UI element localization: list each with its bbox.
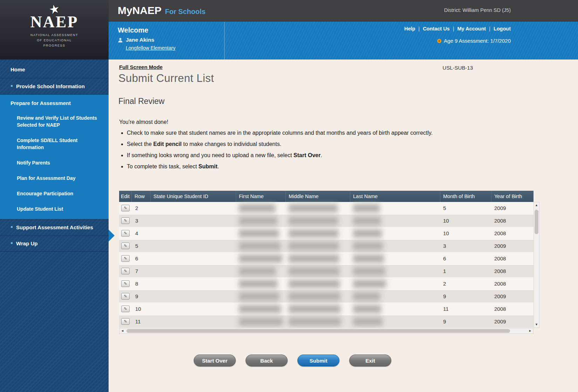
horizontal-scroll-thumb[interactable]: [126, 329, 510, 333]
bullet-square-icon: [11, 226, 13, 228]
student-id-cell: [151, 227, 236, 239]
edit-pencil-button[interactable]: ✎: [121, 243, 130, 249]
sidebar-item-support-assessment-activities[interactable]: Support Assessment Activities: [0, 219, 109, 236]
row-number: 6: [132, 252, 151, 265]
row-number: 7: [132, 265, 151, 277]
middle-name-cell: [286, 215, 350, 227]
edit-pencil-button[interactable]: ✎: [121, 306, 130, 312]
row-number: 11: [132, 315, 151, 328]
month-of-birth: 3: [440, 240, 491, 252]
full-screen-mode-link[interactable]: Full Screen Mode: [119, 64, 163, 70]
school-link[interactable]: Longfellow Elementary: [126, 45, 176, 51]
column-header-month-of-birth: Month of Birth: [440, 191, 491, 202]
student-table: EditRowState Unique Student IDFirst Name…: [119, 191, 534, 328]
instruction-item: To complete this task, select Submit.: [127, 162, 463, 171]
submit-button[interactable]: Submit: [297, 355, 339, 366]
sidebar-item-wrap-up[interactable]: Wrap Up: [0, 236, 109, 252]
sidebar-item-plan-for-assessment-day[interactable]: Plan for Assessment Day: [0, 170, 109, 186]
column-header-first-name: First Name: [236, 191, 286, 202]
last-name-cell: [350, 215, 440, 227]
last-name-cell: [350, 202, 440, 214]
sidebar-item-notify-parents[interactable]: Notify Parents: [0, 155, 109, 170]
nav-logout[interactable]: Logout: [494, 26, 511, 31]
redacted-text-blur: [289, 204, 338, 212]
redacted-text-blur: [289, 217, 338, 225]
redacted-text-blur: [239, 317, 283, 326]
row-number: 4: [132, 227, 151, 239]
intro-text: You're almost done!: [119, 119, 168, 125]
last-name-cell: [350, 278, 440, 290]
edit-pencil-button[interactable]: ✎: [121, 293, 130, 300]
last-name-cell: [350, 227, 440, 239]
table-row: ✎712008: [119, 265, 534, 278]
bullet-square-icon: [11, 85, 13, 87]
column-header-year-of-birth: Year of Birth: [491, 191, 534, 202]
sidebar-item-home[interactable]: Home: [0, 59, 109, 78]
month-of-birth: 6: [440, 252, 491, 265]
student-id-cell: [151, 215, 236, 227]
middle-name-cell: [286, 290, 350, 302]
assessment-label: Age 9 Assessment: 1/7/2020: [444, 38, 511, 44]
last-name-cell: [350, 240, 440, 252]
edit-pencil-button[interactable]: ✎: [121, 217, 130, 224]
row-number: 8: [132, 278, 151, 290]
column-header-edit: Edit: [119, 191, 132, 202]
scroll-right-arrow-icon[interactable]: ►: [528, 328, 533, 334]
edit-pencil-button[interactable]: ✎: [121, 280, 130, 287]
nav-contact-us[interactable]: Contact Us: [423, 26, 450, 31]
month-of-birth: 9: [440, 290, 491, 302]
scroll-up-arrow-icon[interactable]: ▲: [534, 203, 539, 208]
sidebar-item-review-and-verify-list-of-students-selected-for-naep[interactable]: Review and Verify List of Students Selec…: [0, 110, 109, 133]
row-number: 9: [132, 290, 151, 302]
scroll-left-arrow-icon[interactable]: ◄: [120, 328, 125, 334]
edit-pencil-button[interactable]: ✎: [121, 318, 130, 325]
brand-suffix: For Schools: [165, 8, 206, 15]
sidebar-item-encourage-participation[interactable]: Encourage Participation: [0, 186, 109, 201]
middle-name-cell: [286, 265, 350, 277]
nav-separator: |: [489, 26, 490, 31]
first-name-cell: [236, 315, 286, 328]
redacted-text-blur: [289, 254, 339, 263]
edit-pencil-button[interactable]: ✎: [121, 230, 130, 237]
nav-help[interactable]: Help: [404, 26, 415, 31]
month-of-birth: 1: [440, 265, 491, 277]
redacted-text-blur: [289, 280, 340, 288]
sidebar-item-provide-school-information[interactable]: Provide School Information: [0, 78, 109, 94]
vertical-scrollbar[interactable]: ▲ ▼: [534, 202, 539, 328]
back-button[interactable]: Back: [246, 355, 288, 366]
table-row: ✎252009: [119, 202, 534, 215]
redacted-text-blur: [353, 217, 381, 225]
sidebar-item-update-student-list[interactable]: Update Student List: [0, 201, 109, 217]
start-over-button[interactable]: Start Over: [194, 355, 236, 366]
sidebar-item-prepare-for-assessment[interactable]: Prepare for Assessment: [0, 95, 109, 110]
redacted-text-blur: [239, 292, 279, 301]
page-title: Submit Current List: [118, 72, 214, 85]
first-name-cell: [236, 240, 286, 252]
nav-my-account[interactable]: My Account: [457, 26, 486, 31]
vertical-scroll-thumb[interactable]: [535, 210, 538, 234]
app-title: MyNAEPFor Schools: [118, 5, 206, 16]
logo-subtitle-line: Progress: [0, 43, 109, 48]
sidebar-item-label: Wrap Up: [16, 240, 37, 246]
redacted-text-blur: [353, 229, 382, 238]
action-buttons: Start Over Back Submit Exit: [194, 355, 391, 366]
column-header-row: Row: [132, 191, 151, 202]
edit-pencil-button[interactable]: ✎: [121, 205, 130, 211]
last-name-cell: [350, 252, 440, 265]
exit-button[interactable]: Exit: [349, 355, 391, 366]
middle-name-cell: [286, 315, 350, 328]
sidebar: Home Provide School Information Prepare …: [0, 59, 109, 392]
horizontal-scrollbar[interactable]: ◄ ►: [119, 328, 534, 334]
edit-pencil-button[interactable]: ✎: [121, 268, 130, 274]
first-name-cell: [236, 202, 286, 214]
table-row: ✎532009: [119, 240, 534, 252]
sidebar-item-complete-sd-ell-student-information[interactable]: Complete SD/ELL Student Information: [0, 133, 109, 155]
nav-separator: |: [453, 26, 454, 31]
instruction-item: Select the Edit pencil to make changes t…: [127, 140, 463, 148]
table-row: ✎822008: [119, 278, 534, 290]
table-header-row: EditRowState Unique Student IDFirst Name…: [119, 191, 534, 202]
year-of-birth: 2009: [491, 315, 534, 328]
logo-subtitle: National Assessment of Educational Progr…: [0, 33, 109, 48]
edit-pencil-button[interactable]: ✎: [121, 255, 130, 262]
scroll-down-arrow-icon[interactable]: ▼: [534, 322, 539, 327]
